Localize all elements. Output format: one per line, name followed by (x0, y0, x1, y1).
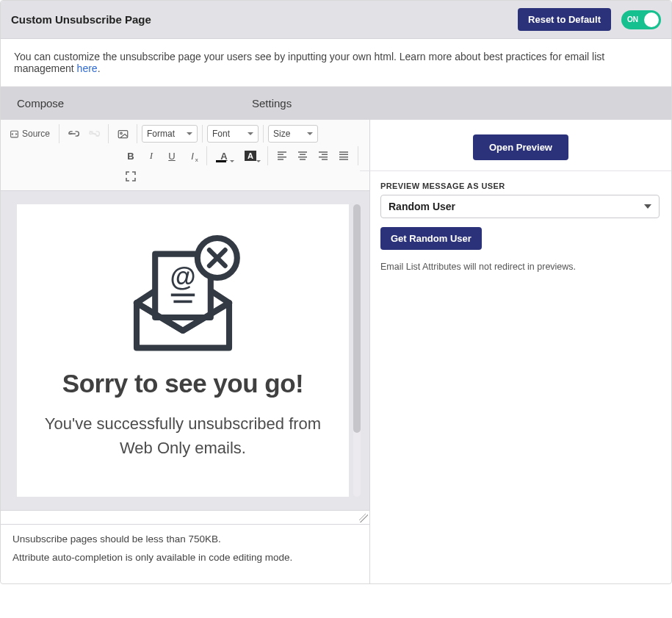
settings-column: Open Preview PREVIEW MESSAGE AS USER Ran… (370, 120, 671, 583)
reset-to-default-button[interactable]: Reset to Default (518, 8, 611, 31)
chevron-down-icon (644, 204, 651, 209)
preview-hint: Email List Attributes will not redirect … (380, 262, 660, 272)
align-justify-button[interactable] (334, 146, 353, 165)
underline-button[interactable]: U (162, 146, 181, 165)
align-right-button[interactable] (314, 146, 333, 165)
maximize-icon (126, 171, 136, 182)
text-color-button[interactable]: A (212, 146, 236, 165)
align-center-button[interactable] (293, 146, 312, 165)
align-left-icon (277, 151, 287, 160)
envelope-art: @ (117, 225, 249, 357)
settings-divider (360, 170, 672, 171)
unlink-button (84, 124, 104, 143)
remove-format-button[interactable]: Ix (183, 146, 202, 165)
unsubscribe-heading: Sorry to see you go! (30, 369, 336, 398)
align-justify-icon (339, 151, 349, 160)
preview-user-value: Random User (389, 201, 455, 212)
custom-unsubscribe-panel: Custom Unsubscribe Page Reset to Default… (0, 0, 672, 584)
unsubscribe-subtext: You've successfully unsubscribed from We… (30, 412, 336, 467)
font-select[interactable]: Font (207, 125, 259, 143)
panel-header: Custom Unsubscribe Page Reset to Default… (1, 1, 671, 39)
info-bar: You can customize the unsubscribe page y… (1, 39, 671, 87)
source-button[interactable]: Source (5, 124, 54, 143)
note-autocomplete: Attribute auto-completion is only availa… (12, 552, 358, 563)
italic-button[interactable]: I (142, 146, 161, 165)
editor-resize-area (1, 510, 369, 525)
toggle-knob (644, 12, 659, 27)
font-select-label: Font (212, 129, 230, 139)
editor-notes: Unsubscribe pages should be less than 75… (1, 525, 369, 583)
info-text: You can customize the unsubscribe page y… (14, 51, 604, 74)
resize-grip[interactable] (359, 514, 368, 522)
link-button[interactable] (64, 124, 83, 143)
format-select-label: Format (147, 129, 175, 139)
source-icon (10, 129, 19, 139)
svg-point-2 (120, 132, 122, 134)
editor-scrollbar-thumb[interactable] (353, 204, 361, 433)
panel-body: Source (1, 120, 671, 583)
align-left-button[interactable] (272, 146, 292, 165)
editor-scrollbar[interactable] (353, 204, 361, 497)
maximize-button[interactable] (121, 167, 140, 186)
remove-format-icon: Ix (191, 151, 194, 162)
preview-user-select[interactable]: Random User (380, 195, 660, 218)
unlink-icon (88, 130, 100, 137)
size-select-label: Size (273, 129, 290, 139)
image-icon (118, 129, 129, 139)
info-period: . (98, 62, 101, 74)
editor-canvas[interactable]: @ Sorry to see you go! You've successful… (17, 204, 349, 497)
align-center-icon (297, 151, 308, 160)
panel-title: Custom Unsubscribe Page (11, 13, 518, 26)
format-select[interactable]: Format (142, 125, 198, 143)
compose-column: Source (1, 120, 370, 583)
info-link[interactable]: here (77, 62, 98, 74)
note-size-limit: Unsubscribe pages should be less than 75… (12, 533, 358, 545)
toggle-label: ON (627, 15, 638, 24)
editor-area[interactable]: @ Sorry to see you go! You've successful… (1, 191, 369, 510)
preview-as-user-label: PREVIEW MESSAGE AS USER (380, 182, 660, 190)
get-random-user-button[interactable]: Get Random User (380, 227, 482, 250)
bold-button[interactable]: B (121, 146, 140, 165)
tab-settings[interactable]: Settings (236, 87, 671, 120)
editor-toolbar: Source (1, 120, 369, 191)
align-right-icon (318, 151, 328, 160)
svg-rect-1 (118, 130, 128, 137)
open-preview-button[interactable]: Open Preview (473, 134, 568, 160)
tabs-bar: Compose Settings (1, 87, 671, 120)
bg-color-button[interactable]: A (238, 146, 263, 165)
enable-toggle[interactable]: ON (621, 10, 661, 29)
image-button[interactable] (113, 124, 132, 143)
svg-text:@: @ (170, 262, 195, 292)
link-icon (68, 130, 79, 137)
source-label: Source (22, 129, 50, 139)
tab-compose[interactable]: Compose (1, 87, 236, 120)
size-select[interactable]: Size (268, 125, 318, 143)
bg-color-icon: A (245, 151, 256, 161)
